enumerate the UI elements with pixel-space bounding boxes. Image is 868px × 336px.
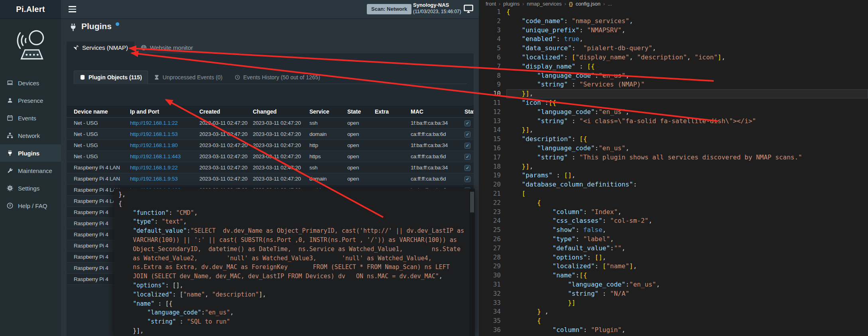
brand-text: Pi.Alert xyxy=(16,5,45,14)
sidebar-item-network[interactable]: Network xyxy=(0,127,61,144)
device-monitor-icon[interactable] xyxy=(463,4,474,15)
gear-icon xyxy=(7,185,13,191)
changed-cell: 2023-03-11 02:47:20 xyxy=(250,165,307,171)
chevron-right-icon: › xyxy=(522,1,524,7)
col-status[interactable]: Status xyxy=(463,108,474,115)
sitemap-icon xyxy=(7,132,13,139)
breadcrumb-item[interactable]: plugins xyxy=(503,1,520,7)
breadcrumb-item[interactable]: front xyxy=(486,1,496,7)
sidebar-item-label: Maintenance xyxy=(18,167,52,174)
status-checkbox[interactable]: ✓ xyxy=(465,176,470,182)
col-device-name[interactable]: Device name xyxy=(67,108,128,115)
service-cell: domain xyxy=(307,176,345,182)
created-cell: 2023-03-11 02:47:20 xyxy=(197,176,250,182)
created-cell: 2023-03-11 02:47:20 xyxy=(197,142,250,148)
breadcrumb-filename[interactable]: config.json xyxy=(576,1,600,7)
help-dot-badge[interactable] xyxy=(116,22,119,26)
col-mac[interactable]: MAC xyxy=(407,108,463,115)
device-name-cell: Raspberry Pi 4 LAN xyxy=(67,176,128,182)
tab-label: Services (NMAP) xyxy=(82,44,128,51)
popup-code-content: },{ "function": "CMD", "type": "text", "… xyxy=(118,190,468,336)
hamburger-menu-icon[interactable] xyxy=(63,0,81,18)
tab-plugin-objects[interactable]: Plugin Objects (115) xyxy=(74,71,148,84)
popup-scrollbar-thumb[interactable] xyxy=(470,192,474,212)
tab-unprocessed-events[interactable]: Unprocessed Events (0) xyxy=(148,71,228,84)
sidebar: Devices Presence Events Network Plugins … xyxy=(0,18,61,336)
sidebar-item-maintenance[interactable]: Maintenance xyxy=(0,162,61,179)
sidebar-item-settings[interactable]: Settings xyxy=(0,179,61,197)
created-cell: 2023-03-11 02:47:20 xyxy=(197,165,250,171)
json-file-icon: {} xyxy=(569,1,573,7)
breadcrumb[interactable]: front › plugins › nmap_services › {} con… xyxy=(486,0,612,8)
mac-cell: 1f:ba:ff:ca:ba:34 xyxy=(407,165,463,171)
col-extra[interactable]: Extra xyxy=(373,108,407,115)
state-cell: open xyxy=(345,165,373,171)
chevron-right-icon: › xyxy=(565,1,566,7)
app-logo[interactable]: Pi.Alert xyxy=(0,0,61,18)
col-service[interactable]: Service xyxy=(307,108,345,115)
host-info: Synology-NAS (11/03/2023, 15:46:07) xyxy=(413,2,461,14)
status-checkbox[interactable]: ✓ xyxy=(465,154,470,160)
changed-cell: 2023-03-11 02:47:20 xyxy=(250,176,307,182)
globe-icon xyxy=(141,45,147,51)
col-created[interactable]: Created xyxy=(197,108,250,115)
service-cell: ssh xyxy=(307,120,345,126)
ip-port-link[interactable]: http://192.168.1.1:80 xyxy=(130,142,178,148)
service-cell: ssh xyxy=(307,165,345,171)
sidebar-menu: Devices Presence Events Network Plugins … xyxy=(0,74,61,214)
tab-services-nmap[interactable]: Services (NMAP) xyxy=(67,41,134,53)
sidebar-item-label: Network xyxy=(18,132,40,139)
mac-cell: ca:ff:ff:ca:ba:6d xyxy=(407,176,463,182)
changed-cell: 2023-03-11 02:47:20 xyxy=(250,131,307,137)
changed-cell: 2023-03-11 02:47:20 xyxy=(250,153,307,159)
chevron-right-icon: › xyxy=(603,1,605,7)
mac-cell: 1f:ba:ff:ca:ba:34 xyxy=(407,120,463,126)
tab-website-monitor[interactable]: Website monitor xyxy=(134,41,199,53)
breadcrumb-item[interactable]: nmap_services xyxy=(527,1,561,7)
ip-port-link[interactable]: http://192.168.1.1:22 xyxy=(130,120,178,126)
status-checkbox[interactable]: ✓ xyxy=(465,165,470,171)
sidebar-item-label: Devices xyxy=(18,80,39,86)
sidebar-item-plugins[interactable]: Plugins xyxy=(0,144,61,162)
page-title: Plugins xyxy=(81,22,112,31)
ip-port-link[interactable]: http://192.168.1.1:443 xyxy=(130,153,181,159)
code-content[interactable]: { "code_name": "nmap_services", "unique_… xyxy=(506,8,868,336)
created-cell: 2023-03-11 02:47:20 xyxy=(197,120,250,126)
top-bar: Pi.Alert Scan: Network Synology-NAS (11/… xyxy=(0,0,479,18)
state-cell: open xyxy=(345,153,373,159)
service-cell: domain xyxy=(307,131,345,137)
host-name: Synology-NAS xyxy=(413,2,461,8)
popup-scrollbar[interactable] xyxy=(469,189,475,336)
page-header: Plugins xyxy=(69,22,119,31)
col-changed[interactable]: Changed xyxy=(250,108,307,115)
status-checkbox[interactable]: ✓ xyxy=(465,120,470,126)
tab-label: Unprocessed Events (0) xyxy=(163,74,222,81)
sidebar-item-help-faq[interactable]: ? Help / FAQ xyxy=(0,197,61,214)
state-cell: open xyxy=(345,176,373,182)
changed-cell: 2023-03-11 02:47:20 xyxy=(250,120,307,126)
col-state[interactable]: State xyxy=(345,108,373,115)
col-ip-port[interactable]: Ip and Port xyxy=(128,108,197,115)
plug-icon xyxy=(69,23,77,31)
status-checkbox[interactable]: ✓ xyxy=(465,143,470,149)
sidebar-item-events[interactable]: Events xyxy=(0,109,61,127)
ip-port-link[interactable]: http://192.168.1.9:53 xyxy=(130,176,178,182)
code-editor: front › plugins › nmap_services › {} con… xyxy=(479,0,868,336)
created-cell: 2023-03-11 02:47:20 xyxy=(197,131,250,137)
tab-label: Plugin Objects (115) xyxy=(89,74,142,81)
ip-port-link[interactable]: http://192.168.1.9:22 xyxy=(130,165,178,171)
status-checkbox[interactable]: ✓ xyxy=(465,132,470,138)
breadcrumb-symbol[interactable]: ... xyxy=(608,1,612,7)
ip-port-link[interactable]: http://192.168.1.1:53 xyxy=(130,131,178,137)
code-popup-panel: },{ "function": "CMD", "type": "text", "… xyxy=(114,189,475,336)
sidebar-item-devices[interactable]: Devices xyxy=(0,74,61,92)
created-cell: 2023-03-11 02:47:20 xyxy=(197,153,250,159)
svg-text:?: ? xyxy=(9,204,11,208)
device-name-cell: Net - USG xyxy=(67,120,128,126)
sidebar-item-presence[interactable]: Presence xyxy=(0,92,61,109)
tab-label: Website monitor xyxy=(150,44,193,51)
tab-events-history[interactable]: Events History (50 out of 1265) xyxy=(228,71,326,84)
wrench-icon xyxy=(7,167,13,174)
scan-status-badge: Scan: Network xyxy=(367,4,411,14)
state-cell: open xyxy=(345,120,373,126)
